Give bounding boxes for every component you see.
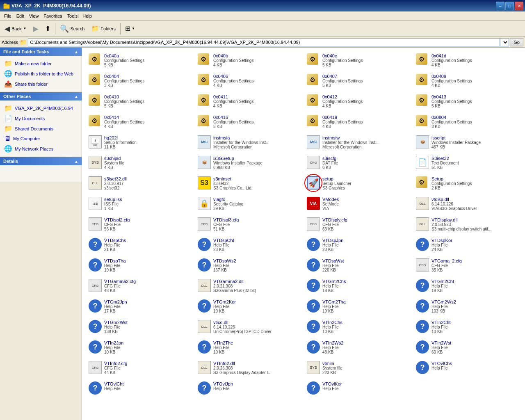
file-item[interactable]: DLL VTDisplay.dll 2.0.58.523 S3 multi-ch… [413,215,522,235]
file-item[interactable]: ? VTDspJpn Help File 23 KB [304,235,413,256]
file-item[interactable]: ? VTIn2Chs Help File 10 KB [304,317,413,338]
file-item[interactable]: ? VTIn2Wst Help File 60 KB [413,338,522,358]
file-item[interactable]: CFG s3iscfg DAT File 6 KB [304,153,413,174]
file-item[interactable]: SYS s3chipid System file 4 KB [85,153,194,174]
menu-tools[interactable]: Tools [65,13,80,19]
file-item[interactable]: ? VTDspKor Help File 24 KB [413,235,522,256]
other-places-header[interactable]: Other Places ▲ [0,92,82,100]
file-item[interactable]: ? VTDspWst Help File 226 KB [304,256,413,276]
file-item[interactable]: ⚙ 0x041d Configuration Settings 4 KB [413,51,522,71]
search-button[interactable]: 🔍 Search [57,22,87,35]
file-item[interactable]: ℹ INF hg202i Setup Information 11 KB [85,133,194,153]
file-item[interactable]: CFG VTDispl3.cfg CFG File 51 KB [194,215,304,235]
back-dropdown-icon[interactable]: ▼ [23,27,26,30]
file-item[interactable]: ⚙ 0x0416 Configuration Settings 5 KB [194,112,304,133]
menu-help[interactable]: Help [80,13,94,19]
details-header[interactable]: Details ▲ [0,157,82,165]
file-item[interactable]: ? VTIn2Cht Help File 10 KB [413,317,522,338]
file-item[interactable]: ? VTDspWs2 Help File 167 KB [194,256,304,276]
file-item[interactable]: ⚙ 0x0419 Configuration Settings 4 KB [304,112,413,133]
file-item[interactable]: S3 s3minset s3iset32 S3 Graphics Co., Lt… [194,174,304,194]
file-tasks-header[interactable]: File and Folder Tasks ▲ [0,48,82,56]
file-item[interactable]: ⚙ 0x0413 Configuration Settings 5 KB [413,92,522,112]
menu-view[interactable]: View [27,13,41,19]
file-item[interactable]: ⚙ 0x040b Configuration Settings 4 KB [194,51,304,71]
file-item[interactable]: ⚙ 0x0404 Configuration Settings 3 KB [85,71,194,92]
go-button[interactable]: Go [510,38,523,46]
file-item[interactable]: ? VTGm2Ws2 Help File 103 KB [413,297,522,317]
link-vga-folder[interactable]: 📁 VGA_XP_2K_P4M800(16.94 [3,103,78,113]
close-button[interactable]: ✕ [515,2,523,10]
file-item[interactable]: DLL s3iset32.dll 2.0.10.917 s3iset32 [85,174,194,194]
file-item[interactable]: CFG VTDisply.cfg CFG File 63 KB [304,215,413,235]
file-item[interactable]: ⚙ 0x0804 Configuration Settings 3 KB [413,112,522,133]
file-item[interactable]: ⚙ Setup Configuration Settings 2 KB [413,174,522,194]
file-item[interactable]: MSI instmsia Installer for the Windows I… [194,133,304,153]
link-my-computer[interactable]: 🖥 My Computer [3,134,78,144]
file-item[interactable]: ⚙ 0x0412 Configuration Settings 4 KB [304,92,413,112]
file-item[interactable]: ⚙ 0x0410 Configuration Settings 5 KB [85,92,194,112]
views-dropdown-icon[interactable]: ▼ [132,27,135,30]
file-item[interactable]: ⚙ 0x0411 Configuration Settings 4 KB [194,92,304,112]
file-item[interactable]: ? VTOvlChs Help File [413,358,522,379]
file-name: VTGamma2.cfg [104,279,191,284]
file-item[interactable]: ? VTIn2The Help File 10 KB [194,338,304,358]
file-info: 0x0406 Configuration Settings 4 KB [213,74,300,88]
file-item[interactable]: ? VTOvlCht Help File [85,379,194,399]
file-item[interactable]: ? VTGm2Cht Help File 18 KB [413,276,522,297]
file-item[interactable]: VIA VModes SetMode VIA [304,194,413,215]
file-item[interactable]: ? VTGm2Chs Help File 18 KB [304,276,413,297]
file-item[interactable]: DLL vticd.dll 6.14.10.226 UniChrome(Pro)… [194,317,304,338]
file-item[interactable]: 📦 isscript Windows Installer Package 467… [413,133,522,153]
file-item[interactable]: CFG VTGama_2.cfg CFG File 35 KB [413,256,522,276]
file-item[interactable]: ⚙ 0x040a Configuration Settings 5 KB [85,51,194,71]
file-item[interactable]: CFG VTGamma2.cfg CFG File 48 KB [85,276,194,297]
file-item[interactable]: ? VTGm2Wst Help File 138 KB [85,317,194,338]
file-item[interactable]: ? VTDspCht Help File 23 KB [194,235,304,256]
file-item[interactable]: ? VTOvlJpn Help File [194,379,304,399]
maximize-button[interactable]: □ [505,2,514,10]
file-item[interactable]: ? VTOvlKor Help File [304,379,413,399]
file-item[interactable]: ? VTIn2Jpn Help File 10 KB [85,338,194,358]
forward-button[interactable]: ▶ [30,22,41,35]
file-item[interactable]: DLL VTGamma2.dll 2.0.21.308 S3Gamma Plus… [194,276,304,297]
file-item[interactable]: MSI instmsiw Installer for the Windows I… [304,133,413,153]
back-button[interactable]: ◀ Back ▼ [2,22,29,35]
file-item[interactable]: SYS vtmini System file 223 KB [304,358,413,379]
file-item[interactable]: CFG VTInfo2.cfg CFG File 44 KB [85,358,194,379]
file-item[interactable]: DLL vtdisp.dll 6.14.10.226 VIA/S3G Graph… [413,194,522,215]
file-item[interactable]: ? VTIn2Ws2 Help File 48 KB [304,338,413,358]
file-item[interactable]: ⚙ 0x0406 Configuration Settings 4 KB [194,71,304,92]
task-new-folder[interactable]: 📁 Make a new folder [3,58,78,68]
folders-button[interactable]: 📁 Folders [88,22,119,35]
file-item[interactable]: ISS setup.iss ISS File 1 KB [85,194,194,215]
file-item[interactable]: ⚙ 0x0409 Configuration Settings 4 KB [413,71,522,92]
file-item[interactable]: 🔒 viagfx Security Catalog 39 KB [194,194,304,215]
task-publish[interactable]: 🌐 Publish this folder to the Web [3,68,78,79]
file-item[interactable]: 📦 S3GSetup Windows Installer Package 6,9… [194,153,304,174]
link-network[interactable]: 🌐 My Network Places [3,144,78,154]
task-share[interactable]: 📤 Share this folder [3,79,78,89]
file-item[interactable]: ⚙ 0x0414 Configuration Settings 4 KB [85,112,194,133]
file-item[interactable]: 🚀 setup Setup Launcher S3 Graphics [304,174,413,194]
file-item[interactable]: CFG VTDispl2.cfg CFG File 56 KB [85,215,194,235]
file-item[interactable]: ? VTGm2Tha Help File 19 KB [304,297,413,317]
file-item[interactable]: ? VTDspTha Help File 19 KB [85,256,194,276]
address-dropdown[interactable] [500,38,509,46]
views-button[interactable]: ⊞ ▼ [122,22,138,35]
menu-favorites[interactable]: Favorites [41,13,64,19]
file-item[interactable]: ? VTGm2Jpn Help File 17 KB [85,297,194,317]
menu-file[interactable]: File [2,13,14,19]
file-item[interactable]: ? VTGm2Kor Help File 19 KB [194,297,304,317]
file-item[interactable]: 📄 S3iset32 Text Document 51 KB [413,153,522,174]
address-input[interactable]: C:\Documents and Settings\Aiobeal\My Doc… [28,38,500,46]
file-item[interactable]: ⚙ 0x0407 Configuration Settings 5 KB [304,71,413,92]
up-button[interactable]: ⬆ [42,22,53,35]
link-my-docs[interactable]: 📄 My Documents [3,113,78,123]
link-shared-docs[interactable]: 📁 Shared Documents [3,123,78,134]
file-item[interactable]: ? VTDspChs Help File 21 KB [85,235,194,256]
file-item[interactable]: ⚙ 0x040c Configuration Settings 5 KB [304,51,413,71]
file-item[interactable]: DLL VTInfo2.dll 2.0.26.308 S3 Graphics D… [194,358,304,379]
menu-edit[interactable]: Edit [14,13,27,19]
minimize-button[interactable]: – [496,2,504,10]
